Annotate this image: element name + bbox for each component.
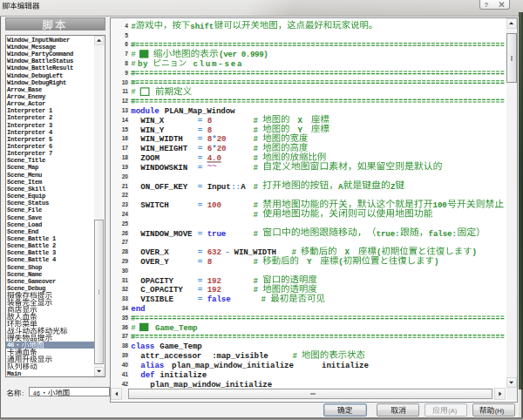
svg-text:Window_Message: Window_Message [7, 44, 56, 51]
svg-text:true: true [207, 229, 227, 239]
svg-text:Z: Z [391, 182, 396, 192]
svg-text:(: ( [338, 257, 343, 267]
svg-text:A: A [338, 182, 343, 192]
svg-text:Scene_Battle 3: Scene_Battle 3 [7, 249, 56, 256]
svg-text:def: def [140, 370, 154, 380]
svg-text:Scene_Debug: Scene_Debug [7, 285, 45, 292]
svg-text:13: 13 [122, 107, 128, 113]
svg-text:): ) [434, 257, 438, 267]
svg-text:#: # [131, 59, 136, 69]
svg-text:WIN_WIDTH: WIN_WIDTH [234, 247, 276, 257]
svg-text:=: = [198, 144, 203, 153]
svg-text:?: ? [485, 1, 489, 9]
svg-text:=: = [198, 247, 203, 257]
svg-text:#: # [254, 182, 259, 192]
svg-text:Scene_Load: Scene_Load [7, 221, 42, 228]
svg-text:WIN_WIDTH: WIN_WIDTH [140, 134, 182, 144]
svg-text:5: 5 [125, 32, 128, 38]
svg-text:27: 27 [122, 239, 128, 245]
svg-text:=: = [198, 285, 203, 295]
svg-text:Y: Y [298, 125, 303, 135]
svg-text:VISIBLE: VISIBLE [140, 295, 173, 304]
svg-text:=: = [198, 257, 203, 267]
svg-text:#: # [254, 116, 259, 125]
svg-text:Scene_Battle 4: Scene_Battle 4 [7, 256, 57, 263]
svg-text:Window_BattleResult: Window_BattleResult [7, 64, 73, 71]
svg-text:192: 192 [207, 276, 221, 286]
svg-text:::: :: [231, 182, 241, 192]
svg-text:4: 4 [125, 23, 128, 29]
svg-text:): ) [472, 247, 477, 257]
svg-text:#: # [254, 125, 259, 135]
svg-text:Window_DebugRight: Window_DebugRight [7, 79, 66, 86]
svg-text:Scene_Equip: Scene_Equip [7, 193, 45, 200]
svg-text:X: X [298, 116, 303, 125]
svg-text:true:: true: [377, 229, 400, 239]
svg-text:WIN_HEIGHT: WIN_HEIGHT [140, 144, 187, 153]
svg-text:Scene_Skill: Scene_Skill [7, 186, 46, 193]
svg-text:Game_Temp: Game_Temp [160, 342, 202, 351]
svg-text:192: 192 [207, 285, 221, 295]
svg-text:46: 46 [7, 342, 14, 349]
svg-text:8: 8 [207, 116, 212, 125]
svg-text:#: # [293, 351, 298, 361]
svg-text:class: class [131, 342, 154, 351]
svg-text:(ver 0.999): (ver 0.999) [219, 50, 268, 59]
svg-text:OVER_X: OVER_X [140, 247, 169, 257]
svg-text:15: 15 [122, 126, 128, 132]
svg-text:Arrow_Enemy: Arrow_Enemy [7, 93, 46, 100]
svg-text:25: 25 [122, 220, 128, 227]
svg-text:X: X [345, 247, 350, 257]
svg-text:18: 18 [122, 154, 128, 160]
svg-text:Scene_Save: Scene_Save [7, 214, 42, 221]
svg-text:36: 36 [122, 324, 128, 330]
svg-text:8: 8 [207, 125, 212, 135]
svg-text:#: # [131, 332, 136, 342]
svg-text:#: # [254, 144, 259, 153]
svg-text:false: false [207, 295, 232, 304]
svg-text:Window_PartyCommand: Window_PartyCommand [7, 51, 73, 58]
svg-text:#: # [131, 323, 136, 333]
svg-text::map_visible: :map_visible [212, 351, 268, 361]
svg-text:(H): (H) [495, 407, 505, 415]
svg-text:ZOOM: ZOOM [140, 153, 160, 163]
svg-text:6: 6 [125, 41, 128, 47]
svg-text:Arrow_Base: Arrow_Base [7, 86, 42, 93]
svg-text:module: module [131, 106, 160, 116]
svg-text:12: 12 [122, 98, 128, 104]
svg-text:WINDOW_MOVE: WINDOW_MOVE [140, 229, 193, 239]
svg-text:initialize: initialize [160, 370, 207, 380]
svg-text:28: 28 [122, 248, 128, 254]
svg-text:initialize: initialize [322, 361, 369, 370]
svg-text:23: 23 [122, 201, 128, 207]
svg-text:plan_map_window_initialize: plan_map_window_initialize [172, 361, 294, 370]
svg-text:-: - [225, 247, 229, 257]
svg-text:=: = [198, 276, 203, 286]
svg-text:=: = [198, 125, 203, 135]
svg-text:shift: shift [190, 22, 214, 31]
svg-text:#: # [131, 314, 136, 323]
svg-text:19: 19 [122, 164, 128, 170]
svg-text:=: = [198, 134, 203, 144]
svg-text:11: 11 [122, 88, 128, 94]
svg-text:42: 42 [122, 381, 128, 387]
svg-text:#: # [131, 87, 136, 97]
svg-text:46: 46 [33, 390, 40, 397]
svg-text:Scene_Battle 1: Scene_Battle 1 [7, 235, 57, 242]
svg-text:=: = [198, 200, 203, 210]
svg-text:Y: Y [307, 257, 312, 267]
svg-text:#: # [131, 22, 136, 31]
svg-text:Interpreter 7: Interpreter 7 [7, 150, 52, 157]
svg-text:clum-sea: clum-sea [193, 59, 243, 69]
svg-text:Window_BattleStatus: Window_BattleStatus [7, 58, 73, 64]
svg-text:20: 20 [217, 134, 227, 144]
svg-text:Interpreter 4: Interpreter 4 [7, 129, 53, 136]
svg-text:=: = [198, 182, 203, 192]
svg-text:100: 100 [207, 200, 221, 210]
svg-text:#: # [254, 163, 259, 173]
svg-text:=: = [198, 295, 203, 304]
svg-text:=: = [198, 229, 203, 239]
svg-text:Scene_Status: Scene_Status [7, 200, 49, 207]
svg-text:10: 10 [122, 79, 128, 85]
svg-text:Main: Main [7, 370, 21, 377]
